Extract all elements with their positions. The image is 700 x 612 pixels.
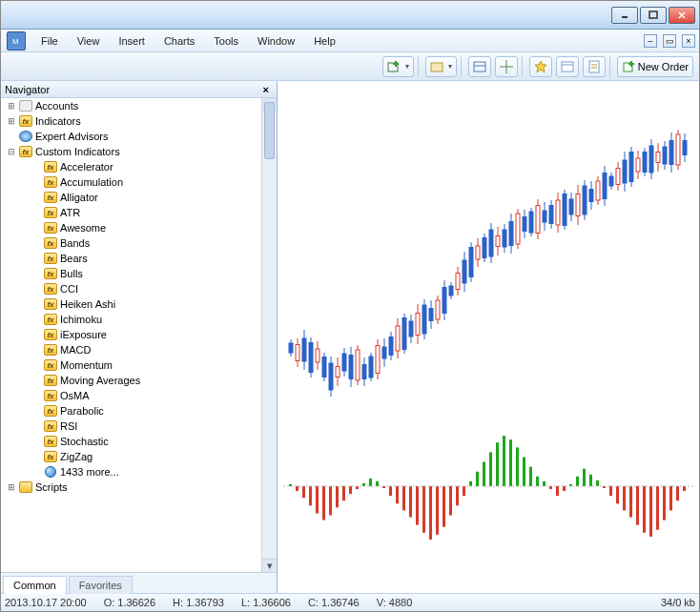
svg-rect-172 — [483, 462, 485, 486]
scroll-thumb[interactable] — [264, 102, 275, 159]
tree-indicator-item[interactable]: CCI — [1, 281, 261, 296]
svg-rect-108 — [569, 199, 573, 214]
tab-favorites[interactable]: Favorites — [69, 576, 133, 594]
svg-rect-175 — [503, 436, 505, 486]
chart-area[interactable]: Edit Indicator AC properties... Delete I… — [278, 81, 699, 593]
svg-rect-188 — [589, 475, 592, 486]
fx-icon — [44, 298, 57, 310]
svg-rect-100 — [543, 211, 546, 222]
toolbar-add-button[interactable]: ▾ — [382, 56, 414, 77]
mdi-close-button[interactable]: × — [682, 34, 695, 48]
tree-indicator-item[interactable]: Stochastic — [1, 434, 261, 449]
fx-icon — [44, 237, 57, 249]
svg-rect-120 — [609, 176, 613, 186]
svg-rect-147 — [316, 486, 319, 513]
tree-indicator-item[interactable]: OsMA — [1, 388, 261, 403]
svg-rect-26 — [296, 345, 299, 361]
svg-rect-112 — [583, 186, 587, 214]
menu-view[interactable]: View — [68, 31, 110, 51]
mdi-minimize-button[interactable]: – — [644, 34, 657, 48]
menu-insert[interactable]: Insert — [109, 31, 154, 51]
star-icon — [534, 60, 547, 73]
fx-icon — [44, 344, 57, 356]
toolbar-profiles-button[interactable]: ▾ — [425, 56, 457, 77]
toolbar-favorite-button[interactable] — [529, 56, 552, 77]
svg-rect-150 — [336, 486, 339, 507]
tree-expert-advisors[interactable]: Expert Advisors — [35, 131, 108, 142]
svg-rect-162 — [416, 486, 419, 525]
svg-rect-189 — [596, 480, 599, 486]
tree-indicator-item[interactable]: Alligator — [1, 190, 261, 205]
svg-rect-42 — [349, 356, 353, 379]
tree-indicator-item[interactable]: Moving Averages — [1, 373, 261, 388]
tree-indicators[interactable]: Indicators — [35, 115, 81, 127]
expand-icon[interactable]: ⊞ — [5, 482, 18, 492]
status-high: H: 1.36793 — [173, 597, 224, 608]
tree-accounts[interactable]: Accounts — [35, 100, 78, 112]
tree-indicator-item[interactable]: ZigZag — [1, 449, 261, 464]
collapse-icon[interactable]: ⊟ — [5, 147, 18, 156]
svg-rect-88 — [503, 230, 506, 247]
tree-indicator-item[interactable]: Awesome — [1, 220, 261, 235]
oscillator-subwindow[interactable] — [278, 424, 699, 548]
window-maximize-button[interactable] — [640, 7, 667, 24]
menu-window[interactable]: Window — [248, 31, 304, 51]
menu-help[interactable]: Help — [304, 31, 345, 51]
fx-icon — [44, 405, 57, 417]
tab-common[interactable]: Common — [3, 576, 67, 594]
tree-indicator-item[interactable]: Bands — [1, 235, 261, 251]
expand-icon[interactable]: ⊞ — [5, 116, 18, 126]
fx-icon — [44, 222, 57, 234]
svg-rect-163 — [422, 486, 425, 533]
menu-file[interactable]: File — [31, 31, 68, 51]
menu-tools[interactable]: Tools — [204, 31, 248, 51]
toolbar-new-order-button[interactable]: New Order — [617, 56, 693, 77]
tree-indicator-item[interactable]: Accumulation — [1, 174, 261, 190]
svg-rect-201 — [676, 486, 679, 500]
tree-more[interactable]: 1433 more... — [60, 466, 119, 478]
svg-rect-30 — [309, 343, 313, 373]
toolbar-navigator-button[interactable] — [495, 56, 518, 77]
svg-rect-68 — [436, 300, 440, 319]
svg-rect-166 — [443, 486, 445, 527]
candlestick-chart — [278, 81, 699, 415]
svg-rect-193 — [623, 486, 626, 510]
svg-rect-110 — [576, 194, 580, 216]
mdi-restore-button[interactable]: ▭ — [663, 34, 676, 48]
tree-indicator-item[interactable]: MACD — [1, 342, 261, 357]
navigator-header: Navigator × — [1, 81, 277, 98]
tree-indicator-item[interactable]: Heiken Ashi — [1, 296, 261, 312]
tree-indicator-item[interactable]: RSI — [1, 418, 261, 434]
chevron-down-icon: ▾ — [448, 62, 452, 71]
tree-indicator-item[interactable]: Momentum — [1, 357, 261, 373]
menu-charts[interactable]: Charts — [154, 31, 204, 51]
scroll-down-icon[interactable]: ▾ — [262, 559, 277, 572]
status-open: O: 1.36626 — [104, 597, 155, 608]
svg-rect-50 — [376, 346, 380, 374]
tree-indicator-item[interactable]: Bears — [1, 251, 261, 266]
tree-custom-indicators[interactable]: Custom Indicators — [35, 146, 120, 157]
tree-indicator-item[interactable]: Parabolic — [1, 403, 261, 418]
toolbar-market-watch-button[interactable] — [468, 56, 491, 77]
svg-rect-140 — [676, 134, 680, 165]
navigator-tree[interactable]: ⊞Accounts ⊞Indicators Expert Advisors ⊟C… — [1, 98, 261, 572]
tree-indicator-item[interactable]: Accelerator — [1, 159, 261, 174]
svg-rect-54 — [389, 337, 393, 356]
toolbar-strategy-button[interactable] — [583, 56, 606, 77]
svg-rect-114 — [589, 190, 593, 202]
status-volume: V: 4880 — [377, 597, 413, 608]
tree-indicator-item[interactable]: Ichimoku — [1, 312, 261, 327]
tree-indicator-item[interactable]: iExposure — [1, 327, 261, 342]
toolbar-terminal-button[interactable] — [556, 56, 579, 77]
window-minimize-button[interactable] — [611, 7, 638, 24]
navigator-scrollbar[interactable]: ▴ ▾ — [261, 98, 277, 572]
navigator-close-button[interactable]: × — [259, 84, 273, 95]
expand-icon[interactable]: ⊞ — [5, 101, 18, 111]
window-close-button[interactable] — [669, 7, 695, 24]
sheet-icon — [588, 60, 600, 73]
fx-icon — [44, 161, 57, 173]
tree-indicator-item[interactable]: ATR — [1, 205, 261, 220]
tree-indicator-item[interactable]: Bulls — [1, 266, 261, 281]
tree-scripts[interactable]: Scripts — [35, 481, 68, 493]
svg-rect-179 — [529, 467, 532, 486]
